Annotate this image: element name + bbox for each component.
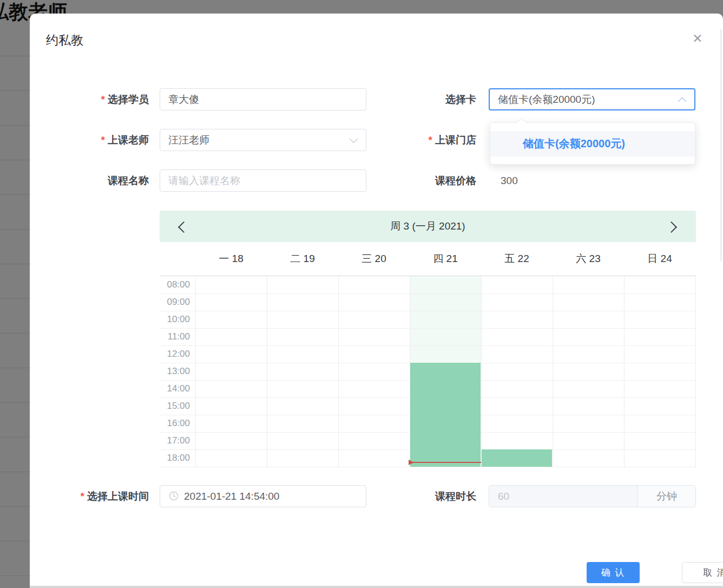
card-select-value: 储值卡(余额20000元) xyxy=(498,94,595,105)
required-asterisk: * xyxy=(429,134,432,146)
teacher-select[interactable]: 汪汪老师 xyxy=(160,129,366,151)
time-label: 18:00 xyxy=(160,449,190,467)
grid-line xyxy=(338,276,339,467)
calendar-header: 周 3 (一月 2021) xyxy=(160,211,696,242)
card-dropdown: 储值卡(余额20000元) xyxy=(490,122,695,165)
price-label: 课程价格 xyxy=(357,169,476,192)
grid-line xyxy=(160,345,695,346)
calendar-day-header: 日 24 xyxy=(624,242,695,276)
duration-input-group[interactable]: 60 分钟 xyxy=(489,485,696,507)
time-label: 09:00 xyxy=(160,293,190,311)
booked-time-block xyxy=(410,363,481,467)
calendar-day-header: 四 21 xyxy=(410,242,481,276)
grid-line xyxy=(267,276,267,467)
card-dropdown-option[interactable]: 储值卡(余额20000元) xyxy=(490,131,695,156)
grid-line xyxy=(160,467,695,467)
time-label: 13:00 xyxy=(160,363,190,380)
schedule-calendar: 周 3 (一月 2021) 一 18二 19三 20四 21五 22六 23日 … xyxy=(160,211,696,468)
grid-line xyxy=(695,276,696,467)
time-label: 08:00 xyxy=(160,276,190,293)
duration-value[interactable]: 60 xyxy=(489,486,637,507)
booked-time-block xyxy=(482,449,552,467)
dropdown-arrow xyxy=(517,118,527,127)
time-label: 17:00 xyxy=(160,432,190,449)
chevron-right-icon xyxy=(666,221,677,233)
calendar-day-header: 二 19 xyxy=(267,242,338,276)
grid-line xyxy=(160,293,695,294)
calendar-day-header: 六 23 xyxy=(553,242,624,276)
calendar-day-header-row: 一 18二 19三 20四 21五 22六 23日 24 xyxy=(160,242,696,276)
card-label: 选择卡 xyxy=(357,88,476,110)
cancel-button[interactable]: 取 消 xyxy=(682,562,723,583)
modal-title: 约私教 xyxy=(46,32,83,49)
chevron-down-icon xyxy=(350,135,358,143)
class-time-label: *选择上课时间 xyxy=(30,485,149,507)
required-asterisk: * xyxy=(81,491,84,502)
calendar-day-header: 五 22 xyxy=(481,242,553,276)
course-name-label: 课程名称 xyxy=(30,169,149,192)
teacher-label: *上课老师 xyxy=(30,129,149,151)
student-label: *选择学员 xyxy=(30,88,149,110)
calendar-next-button[interactable] xyxy=(665,220,679,234)
page-edge xyxy=(30,586,723,588)
clock-icon xyxy=(168,491,179,501)
required-asterisk: * xyxy=(101,94,105,105)
grid-line xyxy=(195,276,196,467)
price-value: 300 xyxy=(501,169,518,192)
current-time-indicator xyxy=(410,462,481,463)
time-label: 15:00 xyxy=(160,397,190,415)
teacher-select-value: 汪汪老师 xyxy=(168,134,209,146)
calendar-day-header: 一 18 xyxy=(195,242,267,276)
calendar-grid[interactable]: 08:0009:0010:0011:0012:0013:0014:0015:00… xyxy=(160,276,696,467)
booking-modal: 约私教 ✕ *选择学员 选择卡 储值卡(余额20000元) *上课老师 汪汪老师… xyxy=(30,14,723,586)
calendar-day-header: 三 20 xyxy=(338,242,410,276)
calendar-title: 周 3 (一月 2021) xyxy=(160,211,696,242)
time-label: 11:00 xyxy=(160,328,190,345)
confirm-button[interactable]: 确 认 xyxy=(587,562,640,583)
store-label: *上课门店 xyxy=(357,129,476,151)
time-label: 16:00 xyxy=(160,415,190,432)
time-label: 10:00 xyxy=(160,311,190,328)
grid-line xyxy=(481,276,482,467)
scrollbar-track[interactable] xyxy=(720,29,722,262)
card-select[interactable]: 储值卡(余额20000元) xyxy=(489,88,695,110)
course-name-input[interactable] xyxy=(160,169,366,192)
required-asterisk: * xyxy=(101,134,105,146)
grid-line xyxy=(624,276,625,467)
duration-label: 课程时长 xyxy=(357,485,476,507)
class-time-input[interactable] xyxy=(160,485,366,507)
time-label: 14:00 xyxy=(160,380,190,397)
duration-unit: 分钟 xyxy=(637,486,695,507)
grid-line xyxy=(160,311,695,311)
time-label: 12:00 xyxy=(160,345,190,363)
student-input[interactable] xyxy=(160,88,366,110)
chevron-up-icon xyxy=(678,97,687,106)
grid-line xyxy=(160,328,695,329)
close-icon[interactable]: ✕ xyxy=(689,30,706,47)
grid-line xyxy=(553,276,553,467)
